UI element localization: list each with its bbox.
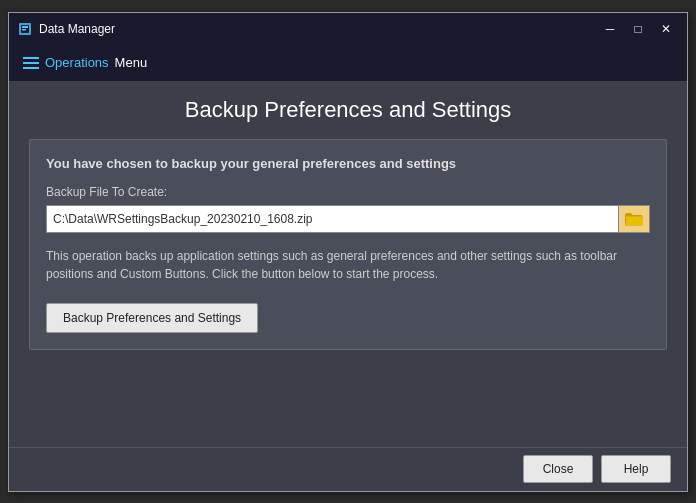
content-area: Backup Preferences and Settings You have…: [9, 81, 687, 447]
window-controls: ─ □ ✕: [597, 19, 679, 39]
operations-menu-item[interactable]: Operations Menu: [17, 51, 153, 74]
hamburger-icon: [23, 57, 39, 69]
svg-rect-2: [22, 26, 28, 28]
operations-label: Operations: [45, 55, 109, 70]
close-window-button[interactable]: ✕: [653, 19, 679, 39]
maximize-button[interactable]: □: [625, 19, 651, 39]
svg-rect-3: [22, 29, 26, 31]
file-input-row: [46, 205, 650, 233]
help-button[interactable]: Help: [601, 455, 671, 483]
main-window: Data Manager ─ □ ✕ Operations Menu Backu…: [8, 12, 688, 492]
folder-icon: [625, 212, 643, 226]
title-bar: Data Manager ─ □ ✕: [9, 13, 687, 45]
panel-description: You have chosen to backup your general p…: [46, 156, 650, 171]
close-button[interactable]: Close: [523, 455, 593, 483]
window-title: Data Manager: [39, 22, 597, 36]
file-field-label: Backup File To Create:: [46, 185, 650, 199]
menu-bar: Operations Menu: [9, 45, 687, 81]
settings-panel: You have chosen to backup your general p…: [29, 139, 667, 350]
browse-button[interactable]: [618, 205, 650, 233]
app-icon: [17, 21, 33, 37]
minimize-button[interactable]: ─: [597, 19, 623, 39]
page-title: Backup Preferences and Settings: [29, 97, 667, 123]
info-text: This operation backs up application sett…: [46, 247, 650, 283]
menu-label: Menu: [115, 55, 148, 70]
backup-file-input[interactable]: [46, 205, 618, 233]
bottom-bar: Close Help: [9, 447, 687, 491]
backup-button[interactable]: Backup Preferences and Settings: [46, 303, 258, 333]
